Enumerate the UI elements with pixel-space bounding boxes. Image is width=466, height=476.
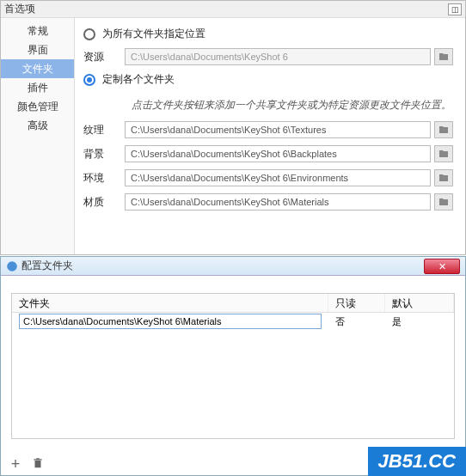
table-row[interactable]: 否 是	[12, 313, 454, 330]
close-button[interactable]: ✕	[424, 259, 460, 274]
material-path-input[interactable]	[125, 193, 431, 211]
material-browse-button[interactable]	[434, 193, 453, 211]
hint-text: 点击文件夹按钮来添加一个共享文件夹或为特定资源更改文件夹位置。	[83, 94, 453, 121]
backplate-path-input[interactable]	[125, 145, 431, 162]
resource-label: 资源	[83, 50, 125, 64]
sidebar-item-advanced[interactable]: 高级	[1, 116, 74, 135]
configure-folders-window: 配置文件夹 ✕ 文件夹 只读 默认 否 是 +	[0, 256, 466, 476]
delete-button[interactable]	[30, 456, 46, 472]
resource-path-input	[125, 48, 431, 65]
backplate-label: 背景	[83, 147, 125, 162]
col-folder[interactable]: 文件夹	[12, 294, 328, 312]
sidebar-item-interface[interactable]: 界面	[1, 40, 74, 59]
row-readonly: 否	[328, 313, 385, 330]
sidebar-item-general[interactable]: 常规	[1, 21, 74, 40]
texture-browse-button[interactable]	[434, 121, 453, 138]
collapse-button[interactable]: ◫	[448, 3, 462, 15]
window-icon	[6, 260, 18, 272]
sidebar-item-folders[interactable]: 文件夹	[1, 59, 74, 78]
resource-browse-button[interactable]	[434, 48, 453, 65]
environment-browse-button[interactable]	[434, 169, 453, 186]
configure-title: 配置文件夹	[21, 259, 73, 273]
sidebar-item-color[interactable]: 颜色管理	[1, 97, 74, 116]
configure-titlebar: 配置文件夹 ✕	[1, 257, 465, 276]
sidebar-item-plugins[interactable]: 插件	[1, 78, 74, 97]
preferences-sidebar: 常规 界面 文件夹 插件 颜色管理 高级	[1, 18, 75, 254]
preferences-titlebar: 首选项 ◫	[1, 1, 465, 18]
add-button[interactable]: +	[8, 456, 23, 472]
preferences-window: 首选项 ◫ 常规 界面 文件夹 插件 颜色管理 高级 为所有文件夹指定位置 资源	[0, 0, 466, 255]
radio-custom-folders[interactable]	[83, 74, 95, 86]
row-default: 是	[385, 313, 454, 330]
preferences-title: 首选项	[4, 2, 35, 16]
texture-path-input[interactable]	[125, 121, 431, 138]
backplate-browse-button[interactable]	[434, 145, 453, 162]
row-path-input[interactable]	[19, 314, 322, 329]
radio-all-folders-label: 为所有文件夹指定位置	[102, 27, 205, 41]
folders-table: 文件夹 只读 默认 否 是	[11, 293, 455, 439]
radio-custom-folders-label: 定制各个文件夹	[102, 72, 175, 87]
svg-point-0	[7, 261, 17, 272]
col-readonly[interactable]: 只读	[328, 294, 385, 312]
environment-path-input[interactable]	[125, 169, 431, 186]
radio-all-folders[interactable]	[83, 28, 95, 40]
material-label: 材质	[83, 195, 125, 210]
watermark: JB51.CC	[368, 447, 466, 476]
preferences-content: 为所有文件夹指定位置 资源 定制各个文件夹 点击文件夹按钮来添加一个共享文件夹或…	[75, 18, 465, 254]
texture-label: 纹理	[83, 123, 125, 137]
environment-label: 环境	[83, 171, 125, 186]
col-default[interactable]: 默认	[385, 294, 454, 312]
